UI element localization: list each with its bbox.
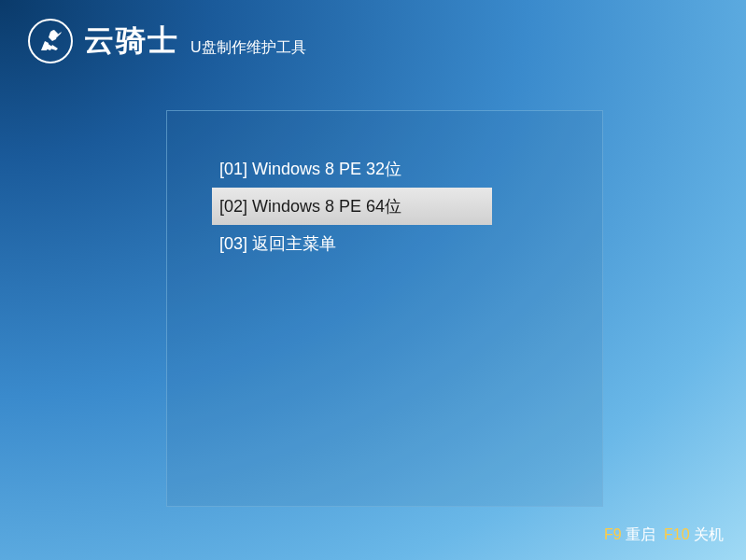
knight-icon <box>34 24 67 58</box>
menu-items-container: [01] Windows 8 PE 32位 [02] Windows 8 PE … <box>167 111 602 262</box>
hotkey-f10-label: 关机 <box>694 526 724 542</box>
header-subtitle: U盘制作维护工具 <box>190 38 306 58</box>
footer-hotkeys: F9 重启 F10 关机 <box>604 525 724 545</box>
hotkey-f9: F9 <box>604 526 622 542</box>
header: 云骑士 U盘制作维护工具 <box>0 0 746 82</box>
menu-item-win8pe-64[interactable]: [02] Windows 8 PE 64位 <box>212 188 492 225</box>
hotkey-f9-label: 重启 <box>626 526 655 542</box>
brand-logo-icon <box>28 19 73 63</box>
menu-item-return[interactable]: [03] 返回主菜单 <box>212 225 492 262</box>
svg-point-0 <box>51 31 56 35</box>
brand-name: 云骑士 <box>84 21 179 62</box>
menu-item-win8pe-32[interactable]: [01] Windows 8 PE 32位 <box>212 150 492 188</box>
boot-menu: [01] Windows 8 PE 32位 [02] Windows 8 PE … <box>166 110 603 507</box>
hotkey-f10: F10 <box>664 526 690 542</box>
